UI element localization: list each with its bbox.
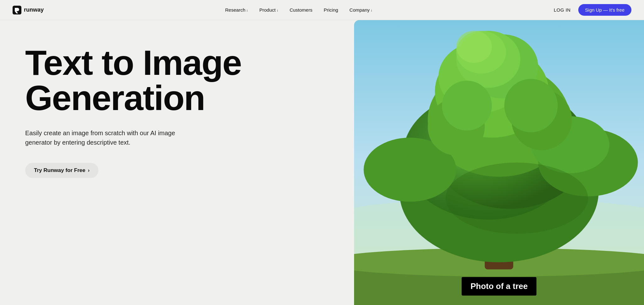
svg-point-24 [504,79,558,132]
signup-button[interactable]: Sign Up — It's free [578,4,631,16]
image-caption: Photo of a tree [462,277,536,296]
chevron-down-icon: ↓ [276,8,278,12]
try-free-button[interactable]: Try Runway for Free › [25,163,98,178]
nav-actions: LOG IN Sign Up — It's free [554,4,631,16]
hero-content: Text to Image Generation Easily create a… [0,20,354,305]
nav-item-product[interactable]: Product ↓ [259,7,278,13]
nav-links: Research ↓ Product ↓ Customers Pricing C… [225,7,372,13]
brand-logo[interactable]: runway [13,6,44,14]
login-button[interactable]: LOG IN [554,7,571,13]
chevron-down-icon: ↓ [371,8,373,12]
hero-image-area: Photo of a tree [354,20,644,305]
svg-point-25 [446,163,588,234]
svg-point-17 [456,31,492,63]
svg-point-23 [442,81,492,131]
chevron-down-icon: ↓ [246,8,248,12]
hero-title: Text to Image Generation [25,45,329,116]
hero-subtitle: Easily create an image from scratch with… [25,128,176,147]
hero-image: Photo of a tree [354,20,644,305]
navbar: runway Research ↓ Product ↓ Customers Pr… [0,0,644,20]
nav-item-research[interactable]: Research ↓ [225,7,248,13]
chevron-right-icon: › [88,168,89,173]
hero-section: Text to Image Generation Easily create a… [0,20,644,305]
brand-name: runway [24,7,44,13]
nav-item-company[interactable]: Company ↓ [349,7,372,13]
nav-item-pricing[interactable]: Pricing [324,7,338,13]
nav-item-customers[interactable]: Customers [290,7,313,13]
